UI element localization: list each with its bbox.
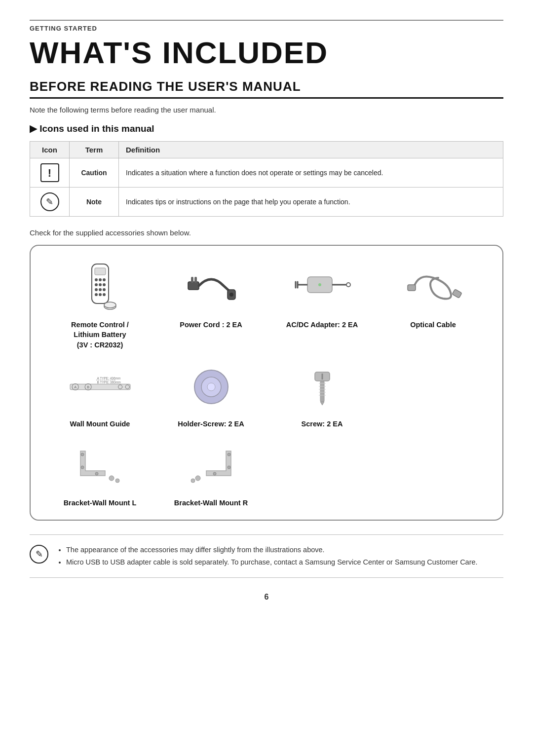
- accessory-ac-adapter: AC/DC Adapter: 2 EA: [266, 261, 378, 350]
- table-row: ✎ Note Indicates tips or instructions on…: [30, 188, 503, 217]
- bracket-r-image: [179, 439, 243, 493]
- accessories-box: Remote Control /Lithium Battery(3V : CR2…: [30, 245, 503, 521]
- definition-note: Indicates tips or instructions on the pa…: [119, 188, 503, 217]
- remote-control-icon: [83, 263, 117, 312]
- note-icon: ✎: [40, 192, 59, 211]
- svg-point-54: [95, 472, 98, 475]
- table-header-definition: Definition: [119, 142, 503, 158]
- accessory-optical-cable: Optical Cable: [378, 261, 489, 350]
- accessory-remote-control: Remote Control /Lithium Battery(3V : CR2…: [44, 261, 155, 350]
- wall-mount-guide-label: Wall Mount Guide: [70, 419, 130, 429]
- holder-screw-icon: [189, 365, 233, 409]
- note-bullet-1: The appearance of the accessories may di…: [66, 544, 478, 556]
- screw-image: [290, 360, 354, 414]
- svg-point-23: [346, 283, 350, 287]
- ac-adapter-icon: [293, 263, 352, 312]
- svg-point-9: [99, 288, 102, 291]
- optical-cable-icon: [404, 263, 463, 312]
- note-bullet-2: Micro USB to USB adapter cable is sold s…: [66, 556, 478, 568]
- holder-screw-label: Holder-Screw: 2 EA: [178, 419, 244, 429]
- screw-label: Screw: 2 EA: [302, 419, 343, 429]
- optical-cable-image: [401, 261, 465, 315]
- ac-adapter-label: AC/DC Adapter: 2 EA: [286, 320, 358, 330]
- svg-text:A TYPE: 436mm: A TYPE: 436mm: [97, 376, 120, 379]
- page-title: WHAT'S INCLUDED: [30, 35, 503, 70]
- svg-point-2: [95, 278, 98, 281]
- svg-point-10: [103, 288, 106, 291]
- screw-icon: [300, 365, 344, 409]
- svg-rect-18: [194, 277, 197, 283]
- power-cord-label: Power Cord : 2 EA: [180, 320, 242, 330]
- bracket-l-image: [68, 439, 132, 493]
- svg-point-20: [229, 293, 233, 297]
- svg-text:B TYPE: 360mm: B TYPE: 360mm: [97, 380, 120, 384]
- before-reading-title: BEFORE READING THE USER'S MANUAL: [30, 79, 503, 99]
- section-label: GETTING STARTED: [30, 20, 503, 32]
- svg-point-58: [228, 466, 230, 469]
- term-caution: Caution: [70, 158, 119, 188]
- caution-icon: !: [40, 163, 59, 182]
- optical-cable-label: Optical Cable: [410, 320, 456, 330]
- note-bullets: The appearance of the accessories may di…: [57, 544, 478, 568]
- svg-point-12: [99, 293, 102, 296]
- svg-rect-17: [191, 277, 193, 283]
- bracket-l-label: Bracket-Wall Mount L: [64, 498, 137, 508]
- svg-point-11: [95, 293, 98, 296]
- svg-point-5: [95, 283, 98, 286]
- svg-point-59: [213, 472, 216, 475]
- svg-rect-29: [452, 289, 462, 298]
- check-label: Check for the supplied accessories shown…: [30, 228, 503, 237]
- note-section: ✎ The appearance of the accessories may …: [30, 534, 503, 577]
- svg-point-57: [228, 453, 230, 456]
- svg-point-8: [95, 288, 98, 291]
- icons-section-title: ▶ Icons used in this manual: [30, 123, 503, 134]
- svg-point-52: [81, 453, 84, 456]
- wall-mount-guide-icon: A B A TYPE: 436mm B TYPE: 360mm: [68, 365, 132, 409]
- accessory-power-cord: Power Cord : 2 EA: [155, 261, 266, 350]
- remote-control-label: Remote Control /Lithium Battery(3V : CR2…: [71, 320, 129, 350]
- svg-point-53: [81, 466, 84, 469]
- svg-point-7: [103, 283, 106, 286]
- remote-control-image: [68, 261, 132, 315]
- svg-point-60: [195, 476, 200, 481]
- accessories-row1: Remote Control /Lithium Battery(3V : CR2…: [44, 261, 489, 350]
- power-cord-image: [179, 261, 243, 315]
- accessory-bracket-l: Bracket-Wall Mount L: [44, 439, 155, 508]
- wall-mount-guide-image: A B A TYPE: 436mm B TYPE: 360mm: [68, 360, 132, 414]
- bracket-wall-mount-r-icon: [184, 444, 238, 488]
- icons-table: Icon Term Definition ! Caution Indicates…: [30, 141, 503, 217]
- svg-point-13: [103, 293, 106, 296]
- svg-point-15: [104, 302, 116, 308]
- svg-point-56: [115, 479, 119, 483]
- bracket-wall-mount-l-icon: [73, 444, 127, 488]
- before-reading-note: Note the following terms before reading …: [30, 106, 503, 114]
- svg-text:B: B: [87, 385, 89, 389]
- table-header-term: Term: [70, 142, 119, 158]
- accessory-bracket-r: Bracket-Wall Mount R: [155, 439, 266, 508]
- definition-caution: Indicates a situation where a function d…: [119, 158, 503, 188]
- svg-point-3: [99, 278, 102, 281]
- svg-point-61: [191, 479, 195, 483]
- svg-marker-51: [320, 402, 324, 405]
- table-row: ! Caution Indicates a situation where a …: [30, 158, 503, 188]
- accessory-wall-mount-guide: A B A TYPE: 436mm B TYPE: 360mm Wall Mou…: [44, 360, 155, 429]
- accessory-screw: Screw: 2 EA: [266, 360, 378, 429]
- page-number: 6: [30, 593, 503, 602]
- accessory-holder-screw: Holder-Screw: 2 EA: [155, 360, 266, 429]
- power-cord-icon: [184, 263, 238, 312]
- bracket-r-label: Bracket-Wall Mount R: [174, 498, 248, 508]
- note-icon-wrapper: ✎: [30, 545, 48, 564]
- svg-point-42: [207, 383, 215, 391]
- svg-point-27: [318, 283, 321, 286]
- svg-rect-16: [188, 282, 199, 290]
- svg-rect-45: [320, 381, 324, 402]
- holder-screw-image: [179, 360, 243, 414]
- note-icon-bottom: ✎: [30, 545, 48, 564]
- table-header-icon: Icon: [30, 142, 70, 158]
- accessories-row3: Bracket-Wall Mount L Bracket-Wall Mount …: [44, 439, 489, 508]
- svg-rect-1: [95, 268, 106, 275]
- svg-point-55: [109, 476, 114, 481]
- svg-text:A: A: [74, 385, 76, 389]
- accessories-row2: A B A TYPE: 436mm B TYPE: 360mm Wall Mou…: [44, 360, 489, 429]
- svg-rect-28: [408, 285, 416, 291]
